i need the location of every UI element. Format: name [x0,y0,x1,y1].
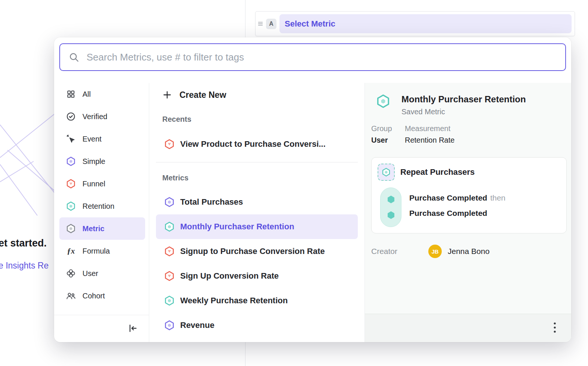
step-connector: then [490,193,506,202]
creator-row: Creator JB Jenna Bono [371,245,571,258]
recent-metric-row[interactable]: View Product to Purchase Conversi... [156,133,358,155]
cohort-people-icon [66,291,76,301]
funnel-hexagon-icon [164,271,175,281]
metric-toolbar: A Select Metric [255,11,575,36]
metric-row-signup-to-purchase-conversion-rate[interactable]: Signup to Purchase Conversion Rate [156,239,358,264]
funnel-hexagon-icon [164,246,175,257]
metric-list-column: Create New Recents View Product to Purch… [149,83,365,342]
funnel-hexagon-icon [66,179,76,189]
sidebar-footer [54,315,149,342]
step-line-1: Purchase Completedthen [409,193,506,202]
background-insights-link[interactable]: e Insights Re [0,261,54,271]
retention-hexagon-icon [376,94,390,116]
measurement-label: Measurement [405,124,454,133]
card-header: Repeat Purchasers [378,164,560,181]
series-a-badge: A [266,19,276,29]
step-line-2: Purchase Completed [409,209,506,218]
metric-detail-panel: Monthly Purchaser Retention Saved Metric… [365,83,571,342]
kebab-icon [553,322,556,334]
sidebar-item-label: Cohort [82,292,105,300]
more-options-button[interactable] [551,320,559,336]
sidebar-item-cohort[interactable]: Cohort [59,285,145,307]
metric-row-label: Signup to Purchase Conversion Rate [180,246,325,256]
simple-hexagon-icon [164,197,175,207]
detail-footer [365,314,571,342]
sidebar-item-label: Metric [82,224,104,233]
sidebar-item-all[interactable]: All [59,83,145,105]
retention-hexagon-icon [66,201,76,211]
metrics-section-header: Metrics [162,173,358,183]
metric-hexagon-icon [66,224,76,233]
recents-section-header: Recents [162,114,358,124]
grid-icon [66,89,76,99]
detail-subtitle: Saved Metric [401,108,526,116]
card-body: Purchase Completedthen Purchase Complete… [378,187,560,227]
retention-steps: Purchase Completedthen Purchase Complete… [409,187,506,227]
retention-hexagon-icon [164,295,175,306]
create-new-button[interactable]: Create New [156,86,358,104]
metric-row-weekly-purchase-retention[interactable]: Weekly Purchase Retention [156,288,358,313]
metric-row-revenue[interactable]: Revenue [156,313,358,338]
metrics-group: Total Purchases Monthly Purchaser Retent… [156,190,358,338]
measurement-value: Retention Rate [405,136,454,145]
simple-hexagon-icon [66,156,76,166]
sidebar-item-retention[interactable]: Retention [59,195,145,217]
retention-steps-pill [380,187,401,227]
sidebar-item-label: User [82,269,98,278]
dashed-metric-icon [378,164,395,181]
select-metric-label: Select Metric [285,19,335,29]
formula-icon: ƒx [66,246,76,256]
verified-badge-icon [66,112,76,121]
search-input[interactable] [86,51,558,63]
sidebar-item-formula[interactable]: ƒx Formula [59,240,145,262]
funnel-hexagon-icon [164,139,175,149]
user-flower-icon [66,269,76,278]
metric-row-label: Total Purchases [180,197,243,207]
detail-title: Monthly Purchaser Retention [401,94,526,105]
search-icon [69,52,79,62]
step2-event: Purchase Completed [409,209,487,217]
metric-row-monthly-purchaser-retention[interactable]: Monthly Purchaser Retention [156,214,358,239]
step-hexagon-icon [387,195,395,204]
sidebar-item-label: Formula [82,247,110,255]
group-label: Group [371,124,405,133]
event-cursor-icon [66,134,76,144]
creator-name: Jenna Bono [448,247,490,256]
sidebar-item-label: Retention [82,202,115,211]
sidebar-item-simple[interactable]: Simple [59,150,145,173]
group-value: User [371,136,405,145]
metric-row-sign-up-conversion-rate[interactable]: Sign Up Conversion Rate [156,264,358,288]
sidebar-item-verified[interactable]: Verified [59,105,145,128]
metric-definition-card: Repeat Purchasers Purchase Completedthen… [371,157,567,233]
sidebar-item-funnel[interactable]: Funnel [59,173,145,195]
search-box[interactable] [59,43,566,71]
sidebar-item-user[interactable]: User [59,262,145,285]
creator-avatar: JB [428,245,442,258]
filter-sidebar: All Verified Event [54,83,149,342]
collapse-sidebar-button[interactable] [126,322,139,336]
retention-hexagon-icon [164,221,175,232]
sidebar-item-metric[interactable]: Metric [59,217,145,240]
collapse-icon [128,323,138,334]
select-metric-button[interactable]: Select Metric [279,14,572,33]
sidebar-item-label: Funnel [82,180,105,188]
simple-hexagon-icon [164,320,175,331]
step-hexagon-icon [387,211,395,220]
creator-label: Creator [371,247,428,256]
sidebar-item-label: Verified [82,112,107,121]
picker-columns: All Verified Event [54,83,571,342]
detail-header: Monthly Purchaser Retention Saved Metric [376,94,564,116]
metric-row-label: Sign Up Conversion Rate [180,271,279,281]
metric-row-total-purchases[interactable]: Total Purchases [156,190,358,214]
sidebar-item-label: All [82,90,91,99]
sidebar-item-event[interactable]: Event [59,128,145,150]
create-new-label: Create New [179,90,226,100]
drag-handle-icon[interactable] [258,21,263,26]
plus-icon [162,90,172,100]
metric-row-label: Revenue [180,320,215,330]
detail-meta: Group User Measurement Retention Rate [371,124,571,145]
metric-row-label: Monthly Purchaser Retention [180,222,294,232]
step1-event: Purchase Completed [409,193,487,202]
metric-row-label: View Product to Purchase Conversi... [180,139,326,149]
list-divider [156,162,358,162]
